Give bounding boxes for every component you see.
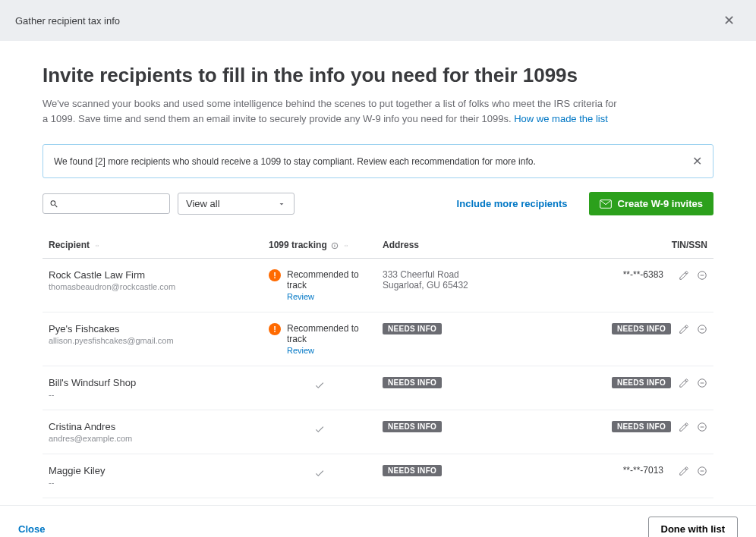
mail-icon <box>600 199 612 209</box>
create-w9-invites-button[interactable]: Create W-9 invites <box>589 192 713 215</box>
chevron-down-icon <box>277 199 286 209</box>
edit-icon[interactable] <box>679 270 689 281</box>
close-icon[interactable]: ✕ <box>717 9 741 32</box>
modal-content: Invite recipients to fill in the info yo… <box>0 41 756 505</box>
needs-info-badge: NEEDS INFO <box>383 377 442 388</box>
recipient-name: Rock Castle Law Firm <box>49 269 257 281</box>
needs-info-badge: NEEDS INFO <box>383 465 442 476</box>
tracking-cell <box>269 421 370 437</box>
banner-close-icon[interactable]: ✕ <box>692 154 702 168</box>
table-row: Pye's Fishcakesallison.pyesfishcakes@gma… <box>43 312 713 366</box>
search-icon <box>49 199 58 209</box>
needs-info-badge: NEEDS INFO <box>612 323 671 334</box>
needs-info-badge: NEEDS INFO <box>383 323 442 334</box>
recipient-sub: andres@example.com <box>49 434 257 443</box>
edit-icon[interactable] <box>679 466 689 476</box>
sort-icon <box>93 242 101 250</box>
view-filter-label: View all <box>186 198 220 209</box>
warning-icon: ! <box>269 323 281 335</box>
tracking-status: Recommended to track <box>287 323 370 344</box>
check-icon <box>314 380 325 391</box>
include-more-recipients-link[interactable]: Include more recipients <box>457 198 568 209</box>
col-address: Address <box>376 232 543 259</box>
footer-close-button[interactable]: Close <box>18 523 45 535</box>
needs-info-badge: NEEDS INFO <box>383 421 442 432</box>
review-link[interactable]: Review <box>287 292 370 301</box>
edit-icon[interactable] <box>679 378 689 388</box>
modal-header: Gather recipient tax info ✕ <box>0 0 756 41</box>
remove-icon[interactable] <box>697 270 707 281</box>
tin-value: **-**-7013 <box>616 465 663 476</box>
tracking-status: Recommended to track <box>287 269 370 290</box>
table-row: Rock Castle Law Firmthomasbeaudron@rockc… <box>43 259 713 312</box>
controls-row: View all Include more recipients Create … <box>43 192 713 215</box>
info-icon: i <box>331 242 339 250</box>
needs-info-badge: NEEDS INFO <box>612 377 671 388</box>
tracking-cell: !Recommended to trackReview <box>269 323 370 355</box>
search-input-wrapper[interactable] <box>43 193 170 214</box>
search-input[interactable] <box>61 198 163 209</box>
remove-icon[interactable] <box>697 466 707 476</box>
remove-icon[interactable] <box>697 324 707 334</box>
sort-icon <box>342 242 350 250</box>
svg-text:i: i <box>334 243 335 247</box>
recipient-sub: -- <box>49 478 257 487</box>
address-line2: Sugarloaf, GU 65432 <box>383 280 537 290</box>
remove-icon[interactable] <box>697 378 707 388</box>
table-row: Sweeney Tailoring and Alterationsphilip.… <box>43 498 713 506</box>
check-icon <box>314 424 325 435</box>
review-link[interactable]: Review <box>287 346 370 355</box>
edit-icon[interactable] <box>679 324 689 334</box>
tracking-cell <box>269 377 370 393</box>
needs-info-badge: NEEDS INFO <box>612 421 671 432</box>
recipient-sub: -- <box>49 390 257 399</box>
check-icon <box>314 468 325 479</box>
warning-icon: ! <box>269 269 281 281</box>
remove-icon[interactable] <box>697 422 707 432</box>
create-button-label: Create W-9 invites <box>618 198 703 209</box>
view-filter-select[interactable]: View all <box>178 193 295 215</box>
banner-text: We found [2] more recipients who should … <box>54 156 536 167</box>
info-banner: We found [2] more recipients who should … <box>43 144 713 178</box>
page-heading: Invite recipients to fill in the info yo… <box>43 64 713 87</box>
recipient-name: Cristina Andres <box>49 421 257 432</box>
how-we-made-list-link[interactable]: How we made the list <box>514 113 608 124</box>
done-with-list-button[interactable]: Done with list <box>648 517 739 537</box>
col-recipient[interactable]: Recipient <box>43 232 263 259</box>
col-tin: TIN/SSN <box>543 232 713 259</box>
recipient-name: Bill's Windsurf Shop <box>49 377 257 388</box>
page-description: We've scanned your books and used some i… <box>43 96 619 126</box>
recipient-sub: thomasbeaudron@rockcastle.com <box>49 282 257 291</box>
edit-icon[interactable] <box>679 422 689 432</box>
recipient-sub: allison.pyesfishcakes@gmail.com <box>49 336 257 345</box>
modal-title: Gather recipient tax info <box>15 15 120 27</box>
recipients-table: Recipient 1099 tracking i Address TIN/SS… <box>43 232 713 505</box>
table-row: Cristina Andresandres@example.comNEEDS I… <box>43 410 713 454</box>
table-row: Bill's Windsurf Shop--NEEDS INFONEEDS IN… <box>43 366 713 410</box>
tin-value: **-**-6383 <box>616 269 663 280</box>
modal-footer: Close Done with list <box>0 505 756 537</box>
recipient-name: Maggie Kiley <box>49 465 257 476</box>
table-row: Maggie Kiley--NEEDS INFO**-**-7013 <box>43 454 713 498</box>
tracking-cell: !Recommended to trackReview <box>269 269 370 301</box>
col-tracking[interactable]: 1099 tracking i <box>263 232 376 259</box>
address-line1: 333 Cheerful Road <box>383 269 537 280</box>
tracking-cell <box>269 465 370 481</box>
recipient-name: Pye's Fishcakes <box>49 323 257 334</box>
